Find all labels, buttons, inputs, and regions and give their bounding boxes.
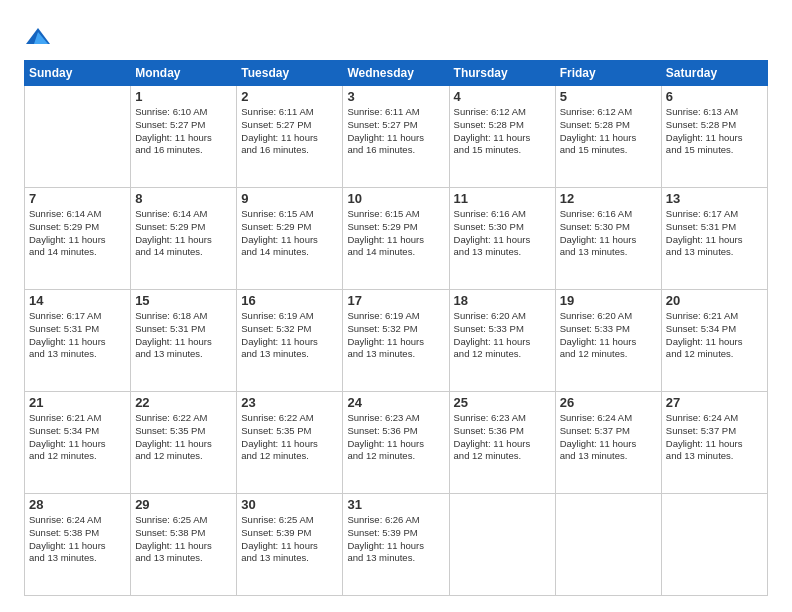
day-info: Sunrise: 6:19 AMSunset: 5:32 PMDaylight:… bbox=[241, 310, 338, 361]
calendar-header-saturday: Saturday bbox=[661, 61, 767, 86]
calendar-cell: 27Sunrise: 6:24 AMSunset: 5:37 PMDayligh… bbox=[661, 392, 767, 494]
day-number: 13 bbox=[666, 191, 763, 206]
day-info: Sunrise: 6:14 AMSunset: 5:29 PMDaylight:… bbox=[29, 208, 126, 259]
day-info: Sunrise: 6:23 AMSunset: 5:36 PMDaylight:… bbox=[454, 412, 551, 463]
day-number: 1 bbox=[135, 89, 232, 104]
logo-icon bbox=[24, 24, 52, 52]
calendar-header-wednesday: Wednesday bbox=[343, 61, 449, 86]
day-number: 27 bbox=[666, 395, 763, 410]
day-number: 17 bbox=[347, 293, 444, 308]
day-number: 12 bbox=[560, 191, 657, 206]
calendar-cell: 2Sunrise: 6:11 AMSunset: 5:27 PMDaylight… bbox=[237, 86, 343, 188]
day-info: Sunrise: 6:22 AMSunset: 5:35 PMDaylight:… bbox=[241, 412, 338, 463]
day-number: 30 bbox=[241, 497, 338, 512]
day-number: 21 bbox=[29, 395, 126, 410]
calendar-cell: 10Sunrise: 6:15 AMSunset: 5:29 PMDayligh… bbox=[343, 188, 449, 290]
day-number: 25 bbox=[454, 395, 551, 410]
day-number: 14 bbox=[29, 293, 126, 308]
calendar-cell bbox=[555, 494, 661, 596]
calendar-table: SundayMondayTuesdayWednesdayThursdayFrid… bbox=[24, 60, 768, 596]
day-number: 10 bbox=[347, 191, 444, 206]
calendar-cell: 6Sunrise: 6:13 AMSunset: 5:28 PMDaylight… bbox=[661, 86, 767, 188]
day-info: Sunrise: 6:25 AMSunset: 5:39 PMDaylight:… bbox=[241, 514, 338, 565]
calendar-cell: 1Sunrise: 6:10 AMSunset: 5:27 PMDaylight… bbox=[131, 86, 237, 188]
day-info: Sunrise: 6:20 AMSunset: 5:33 PMDaylight:… bbox=[454, 310, 551, 361]
calendar-week-4: 21Sunrise: 6:21 AMSunset: 5:34 PMDayligh… bbox=[25, 392, 768, 494]
calendar-cell: 8Sunrise: 6:14 AMSunset: 5:29 PMDaylight… bbox=[131, 188, 237, 290]
calendar-cell: 14Sunrise: 6:17 AMSunset: 5:31 PMDayligh… bbox=[25, 290, 131, 392]
day-number: 31 bbox=[347, 497, 444, 512]
day-number: 6 bbox=[666, 89, 763, 104]
day-info: Sunrise: 6:11 AMSunset: 5:27 PMDaylight:… bbox=[347, 106, 444, 157]
calendar-cell: 9Sunrise: 6:15 AMSunset: 5:29 PMDaylight… bbox=[237, 188, 343, 290]
day-info: Sunrise: 6:24 AMSunset: 5:37 PMDaylight:… bbox=[560, 412, 657, 463]
day-info: Sunrise: 6:21 AMSunset: 5:34 PMDaylight:… bbox=[666, 310, 763, 361]
calendar-week-3: 14Sunrise: 6:17 AMSunset: 5:31 PMDayligh… bbox=[25, 290, 768, 392]
day-number: 4 bbox=[454, 89, 551, 104]
day-info: Sunrise: 6:10 AMSunset: 5:27 PMDaylight:… bbox=[135, 106, 232, 157]
calendar-header-sunday: Sunday bbox=[25, 61, 131, 86]
day-info: Sunrise: 6:22 AMSunset: 5:35 PMDaylight:… bbox=[135, 412, 232, 463]
calendar-cell: 22Sunrise: 6:22 AMSunset: 5:35 PMDayligh… bbox=[131, 392, 237, 494]
day-info: Sunrise: 6:26 AMSunset: 5:39 PMDaylight:… bbox=[347, 514, 444, 565]
calendar-cell bbox=[661, 494, 767, 596]
day-info: Sunrise: 6:17 AMSunset: 5:31 PMDaylight:… bbox=[666, 208, 763, 259]
calendar-cell: 26Sunrise: 6:24 AMSunset: 5:37 PMDayligh… bbox=[555, 392, 661, 494]
calendar-cell: 24Sunrise: 6:23 AMSunset: 5:36 PMDayligh… bbox=[343, 392, 449, 494]
calendar-header-thursday: Thursday bbox=[449, 61, 555, 86]
day-info: Sunrise: 6:16 AMSunset: 5:30 PMDaylight:… bbox=[454, 208, 551, 259]
day-number: 16 bbox=[241, 293, 338, 308]
day-number: 19 bbox=[560, 293, 657, 308]
calendar-week-5: 28Sunrise: 6:24 AMSunset: 5:38 PMDayligh… bbox=[25, 494, 768, 596]
day-info: Sunrise: 6:12 AMSunset: 5:28 PMDaylight:… bbox=[454, 106, 551, 157]
calendar-cell: 12Sunrise: 6:16 AMSunset: 5:30 PMDayligh… bbox=[555, 188, 661, 290]
day-info: Sunrise: 6:25 AMSunset: 5:38 PMDaylight:… bbox=[135, 514, 232, 565]
calendar-header-monday: Monday bbox=[131, 61, 237, 86]
calendar-week-2: 7Sunrise: 6:14 AMSunset: 5:29 PMDaylight… bbox=[25, 188, 768, 290]
day-number: 15 bbox=[135, 293, 232, 308]
calendar-cell: 31Sunrise: 6:26 AMSunset: 5:39 PMDayligh… bbox=[343, 494, 449, 596]
day-info: Sunrise: 6:15 AMSunset: 5:29 PMDaylight:… bbox=[347, 208, 444, 259]
calendar-cell: 7Sunrise: 6:14 AMSunset: 5:29 PMDaylight… bbox=[25, 188, 131, 290]
calendar-header-friday: Friday bbox=[555, 61, 661, 86]
calendar-cell: 19Sunrise: 6:20 AMSunset: 5:33 PMDayligh… bbox=[555, 290, 661, 392]
day-number: 18 bbox=[454, 293, 551, 308]
day-info: Sunrise: 6:11 AMSunset: 5:27 PMDaylight:… bbox=[241, 106, 338, 157]
calendar-cell: 30Sunrise: 6:25 AMSunset: 5:39 PMDayligh… bbox=[237, 494, 343, 596]
day-number: 7 bbox=[29, 191, 126, 206]
day-number: 28 bbox=[29, 497, 126, 512]
calendar-cell: 5Sunrise: 6:12 AMSunset: 5:28 PMDaylight… bbox=[555, 86, 661, 188]
calendar-cell: 17Sunrise: 6:19 AMSunset: 5:32 PMDayligh… bbox=[343, 290, 449, 392]
calendar-cell: 21Sunrise: 6:21 AMSunset: 5:34 PMDayligh… bbox=[25, 392, 131, 494]
calendar-cell: 25Sunrise: 6:23 AMSunset: 5:36 PMDayligh… bbox=[449, 392, 555, 494]
calendar-cell: 18Sunrise: 6:20 AMSunset: 5:33 PMDayligh… bbox=[449, 290, 555, 392]
logo bbox=[24, 24, 54, 52]
day-info: Sunrise: 6:15 AMSunset: 5:29 PMDaylight:… bbox=[241, 208, 338, 259]
calendar-cell: 3Sunrise: 6:11 AMSunset: 5:27 PMDaylight… bbox=[343, 86, 449, 188]
calendar-cell bbox=[449, 494, 555, 596]
day-info: Sunrise: 6:12 AMSunset: 5:28 PMDaylight:… bbox=[560, 106, 657, 157]
day-number: 9 bbox=[241, 191, 338, 206]
calendar-cell: 15Sunrise: 6:18 AMSunset: 5:31 PMDayligh… bbox=[131, 290, 237, 392]
calendar-header-row: SundayMondayTuesdayWednesdayThursdayFrid… bbox=[25, 61, 768, 86]
day-info: Sunrise: 6:17 AMSunset: 5:31 PMDaylight:… bbox=[29, 310, 126, 361]
calendar-cell: 28Sunrise: 6:24 AMSunset: 5:38 PMDayligh… bbox=[25, 494, 131, 596]
day-info: Sunrise: 6:24 AMSunset: 5:37 PMDaylight:… bbox=[666, 412, 763, 463]
day-info: Sunrise: 6:23 AMSunset: 5:36 PMDaylight:… bbox=[347, 412, 444, 463]
calendar-header-tuesday: Tuesday bbox=[237, 61, 343, 86]
day-info: Sunrise: 6:18 AMSunset: 5:31 PMDaylight:… bbox=[135, 310, 232, 361]
day-info: Sunrise: 6:24 AMSunset: 5:38 PMDaylight:… bbox=[29, 514, 126, 565]
day-number: 26 bbox=[560, 395, 657, 410]
day-info: Sunrise: 6:13 AMSunset: 5:28 PMDaylight:… bbox=[666, 106, 763, 157]
day-info: Sunrise: 6:16 AMSunset: 5:30 PMDaylight:… bbox=[560, 208, 657, 259]
day-number: 24 bbox=[347, 395, 444, 410]
day-number: 22 bbox=[135, 395, 232, 410]
calendar-cell bbox=[25, 86, 131, 188]
day-number: 2 bbox=[241, 89, 338, 104]
day-number: 3 bbox=[347, 89, 444, 104]
header bbox=[24, 20, 768, 52]
calendar-cell: 23Sunrise: 6:22 AMSunset: 5:35 PMDayligh… bbox=[237, 392, 343, 494]
day-number: 11 bbox=[454, 191, 551, 206]
calendar-cell: 11Sunrise: 6:16 AMSunset: 5:30 PMDayligh… bbox=[449, 188, 555, 290]
day-info: Sunrise: 6:14 AMSunset: 5:29 PMDaylight:… bbox=[135, 208, 232, 259]
